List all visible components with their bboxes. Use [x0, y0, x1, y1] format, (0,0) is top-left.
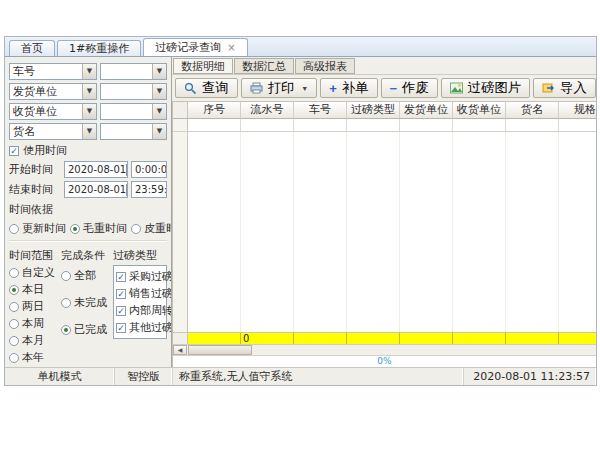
subtab-advanced-report[interactable]: 高级报表: [295, 58, 355, 74]
time-range-option-custom[interactable]: 自定义: [9, 265, 59, 280]
radio-label: 本周: [22, 316, 44, 331]
body-column: [347, 132, 400, 332]
field-select-receiver[interactable]: 收货单位 ▼: [9, 103, 97, 120]
completion-option-unfinished[interactable]: 未完成: [61, 295, 111, 310]
filter-row-receiver: 收货单位 ▼ ▼: [9, 103, 167, 120]
scroll-left-icon[interactable]: ◀: [173, 345, 187, 355]
filter-cell[interactable]: [506, 119, 559, 132]
subtab-data-detail[interactable]: 数据明细: [173, 58, 233, 74]
filter-row-vehicle: 车号 ▼ ▼: [9, 63, 167, 80]
body-column: [453, 132, 506, 332]
checkbox-icon: [116, 306, 126, 316]
radio-icon: [70, 224, 80, 234]
radio-label: 未完成: [74, 295, 107, 310]
column-header-spec[interactable]: 规格: [559, 102, 596, 119]
completion-option-finished[interactable]: 已完成: [61, 322, 111, 337]
range-status-type-block: 时间范围 自定义 本日 两日 本周: [9, 244, 167, 367]
time-basis-option-gross[interactable]: 毛重时间: [70, 221, 127, 236]
horizontal-scrollbar[interactable]: ◀: [173, 344, 596, 355]
field-select-shipper[interactable]: 发货单位 ▼: [9, 83, 97, 100]
field-select-vehicle-label: 车号: [13, 64, 35, 79]
filter-cell[interactable]: [347, 119, 400, 132]
column-header-vehicle[interactable]: 车号: [294, 102, 347, 119]
use-time-checkbox-row[interactable]: 使用时间: [9, 143, 167, 158]
radio-icon: [9, 336, 19, 346]
end-date-picker[interactable]: 2020-08-01: [64, 181, 128, 198]
tab-weigh-record-query[interactable]: 过磅记录查询×: [143, 38, 247, 56]
column-header-seq[interactable]: 序号: [188, 102, 241, 119]
chevron-down-icon: ▼: [152, 124, 166, 139]
filter-cell[interactable]: [453, 119, 506, 132]
grid-body[interactable]: [173, 132, 596, 332]
weigh-type-purchase[interactable]: 采购过磅: [116, 269, 164, 284]
filter-cell[interactable]: [188, 119, 241, 132]
vehicle-value-combo[interactable]: ▼: [100, 63, 167, 80]
tab-weigh-record-query-label: 过磅记录查询: [155, 41, 221, 54]
column-header-shipper[interactable]: 发货单位: [400, 102, 453, 119]
tab-home[interactable]: 首页: [9, 40, 55, 56]
field-select-vehicle[interactable]: 车号 ▼: [9, 63, 97, 80]
print-button[interactable]: 打印 ▼: [241, 78, 318, 98]
checkbox-label: 采购过磅: [129, 269, 172, 284]
weigh-type-caption: 过磅类型: [113, 248, 167, 263]
row-indicator-header: [173, 102, 188, 119]
start-time-spinner[interactable]: 0:00:00 ▲▼: [131, 161, 167, 178]
app-window: 首页 1#称重操作 过磅记录查询× 车号 ▼ ▼ 发货: [4, 36, 597, 386]
radio-label: 本月: [22, 333, 44, 348]
time-range-option-twodays[interactable]: 两日: [9, 299, 59, 314]
query-button[interactable]: 查询: [175, 78, 238, 98]
search-icon: [184, 82, 197, 94]
filter-cell[interactable]: [400, 119, 453, 132]
body-column: [241, 132, 294, 332]
radio-icon: [9, 302, 19, 312]
grid-filter-row: [173, 119, 596, 132]
time-range-option-today[interactable]: 本日: [9, 282, 59, 297]
goods-value-combo[interactable]: ▼: [100, 123, 167, 140]
weigh-type-internal[interactable]: 内部周转: [116, 303, 164, 318]
filter-cell[interactable]: [559, 119, 596, 132]
time-range-caption: 时间范围: [9, 248, 59, 263]
summary-cell: [453, 332, 506, 344]
start-date-picker[interactable]: 2020-08-01: [64, 161, 128, 178]
receiver-value-combo[interactable]: ▼: [100, 103, 167, 120]
time-basis-option-update[interactable]: 更新时间: [9, 221, 66, 236]
radio-icon: [61, 298, 71, 308]
completion-group: 完成条件 全部 未完成 已完成: [61, 244, 111, 367]
checkbox-label: 内部周转: [129, 303, 172, 318]
query-button-label: 查询: [202, 79, 229, 97]
tab-weigh-operation[interactable]: 1#称重操作: [57, 40, 141, 56]
time-range-option-month[interactable]: 本月: [9, 333, 59, 348]
weigh-type-sale[interactable]: 销售过磅: [116, 286, 164, 301]
time-basis-option-tare[interactable]: 皮重时间: [131, 221, 172, 236]
close-icon[interactable]: ×: [227, 42, 235, 53]
divider: [9, 240, 167, 242]
void-ticket-button[interactable]: − 作废: [381, 78, 438, 98]
field-select-goods[interactable]: 货名 ▼: [9, 123, 97, 140]
subtab-data-summary[interactable]: 数据汇总: [234, 58, 294, 74]
import-button[interactable]: 导入: [533, 78, 596, 98]
checkbox-icon: [116, 289, 126, 299]
weigh-type-other[interactable]: 其他过磅: [116, 320, 164, 335]
end-time-spinner[interactable]: 23:59:59 ▲▼: [131, 181, 167, 198]
time-basis-group: 更新时间 毛重时间 皮重时间: [9, 219, 167, 238]
chevron-down-icon: ▼: [301, 85, 308, 92]
subtab-label: 数据明细: [181, 60, 225, 73]
column-header-serial[interactable]: 流水号: [241, 102, 294, 119]
time-range-option-week[interactable]: 本周: [9, 316, 59, 331]
column-header-goods[interactable]: 货名: [506, 102, 559, 119]
weigh-photo-button[interactable]: 过磅图片: [441, 78, 530, 98]
filter-cell[interactable]: [241, 119, 294, 132]
column-header-receiver[interactable]: 收货单位: [453, 102, 506, 119]
filter-cell[interactable]: [294, 119, 347, 132]
plus-icon: +: [329, 82, 337, 95]
time-range-option-year[interactable]: 本年: [9, 350, 59, 365]
checkbox-icon: [9, 146, 19, 156]
radio-icon: [9, 268, 19, 278]
scrollbar-thumb[interactable]: [188, 345, 252, 355]
shipper-value-combo[interactable]: ▼: [100, 83, 167, 100]
completion-option-all[interactable]: 全部: [61, 268, 111, 283]
records-grid: 序号 流水号 车号 过磅类型 发货单位 收货单位 货名 规格: [172, 102, 596, 367]
data-panel: 数据明细 数据汇总 高级报表 查询: [172, 57, 596, 367]
supplement-ticket-button[interactable]: + 补单: [320, 78, 377, 98]
column-header-weightype[interactable]: 过磅类型: [347, 102, 400, 119]
